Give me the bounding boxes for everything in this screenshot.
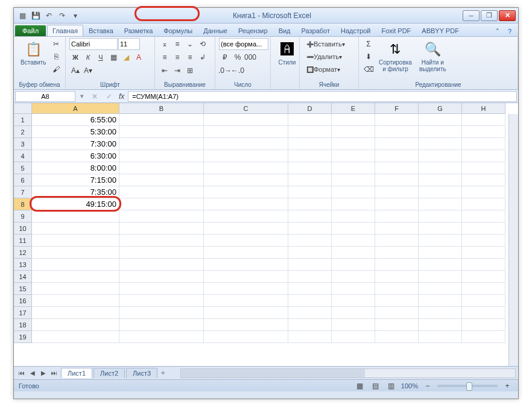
- cell-F3[interactable]: [375, 138, 419, 150]
- redo-icon[interactable]: ↷: [56, 10, 68, 22]
- zoom-in-icon[interactable]: +: [501, 380, 513, 392]
- cell-D8[interactable]: [288, 198, 332, 210]
- cell-G13[interactable]: [419, 259, 462, 271]
- sheet-nav-first-icon[interactable]: ⏮: [16, 368, 27, 378]
- fx-cancel-icon[interactable]: ✕: [89, 90, 101, 103]
- cell-G14[interactable]: [419, 271, 462, 283]
- cell-C2[interactable]: [204, 126, 288, 138]
- italic-icon[interactable]: К: [82, 51, 94, 63]
- currency-icon[interactable]: ₽: [219, 51, 231, 63]
- find-select-button[interactable]: 🔍 Найти и выделить: [416, 38, 449, 74]
- close-button[interactable]: ✕: [499, 10, 516, 21]
- cell-A6[interactable]: 7:15:00: [32, 174, 119, 186]
- cell-B14[interactable]: [119, 271, 204, 283]
- cell-D6[interactable]: [288, 174, 332, 186]
- border-icon[interactable]: ▦: [107, 51, 119, 63]
- merge-icon[interactable]: ⊞: [184, 65, 196, 77]
- file-tab[interactable]: Файл: [15, 25, 46, 36]
- cell-A19[interactable]: [32, 331, 119, 343]
- cell-B4[interactable]: [119, 150, 204, 162]
- cell-H12[interactable]: [462, 247, 505, 259]
- cell-A16[interactable]: [32, 295, 119, 307]
- cell-E11[interactable]: [332, 235, 375, 247]
- cell-F5[interactable]: [375, 162, 419, 174]
- paste-button[interactable]: 📋 Вставить: [17, 38, 49, 68]
- ribbon-tab-2[interactable]: Разметка: [119, 25, 159, 36]
- row-header-13[interactable]: 13: [14, 259, 32, 271]
- row-header-9[interactable]: 9: [14, 210, 32, 222]
- name-box[interactable]: A8: [15, 91, 75, 102]
- cell-G5[interactable]: [419, 162, 462, 174]
- cell-A13[interactable]: [32, 259, 119, 271]
- cell-F18[interactable]: [375, 319, 419, 331]
- cell-E18[interactable]: [332, 319, 375, 331]
- format-painter-icon[interactable]: 🖌: [50, 63, 62, 75]
- cell-E9[interactable]: [332, 210, 375, 222]
- cell-H16[interactable]: [462, 295, 505, 307]
- row-header-6[interactable]: 6: [14, 174, 32, 186]
- cell-A17[interactable]: [32, 307, 119, 319]
- new-sheet-icon[interactable]: ✧: [157, 368, 168, 378]
- cell-B11[interactable]: [119, 235, 204, 247]
- cell-D10[interactable]: [288, 222, 332, 235]
- maximize-button[interactable]: ❐: [481, 10, 498, 21]
- fx-confirm-icon[interactable]: ✓: [103, 90, 115, 103]
- ribbon-tab-10[interactable]: ABBYY PDF: [416, 25, 464, 36]
- ribbon-tab-0[interactable]: Главная: [47, 25, 83, 36]
- cell-B6[interactable]: [119, 174, 204, 186]
- sheet-nav-last-icon[interactable]: ⏭: [49, 368, 60, 378]
- ribbon-tab-7[interactable]: Разработ: [296, 25, 335, 36]
- cell-E3[interactable]: [332, 138, 375, 150]
- horizontal-scrollbar[interactable]: [180, 368, 516, 378]
- cell-G8[interactable]: [419, 198, 462, 210]
- delete-cells-button[interactable]: ➖ Удалить ▾: [303, 51, 345, 63]
- cell-C4[interactable]: [204, 150, 288, 162]
- cell-E17[interactable]: [332, 307, 375, 319]
- cell-H18[interactable]: [462, 319, 505, 331]
- cell-C11[interactable]: [204, 235, 288, 247]
- sort-filter-button[interactable]: ⇅ Сортировка и фильтр: [376, 38, 415, 74]
- cell-B13[interactable]: [119, 259, 204, 271]
- autosum-icon[interactable]: Σ: [363, 38, 375, 50]
- cell-D13[interactable]: [288, 259, 332, 271]
- cell-H11[interactable]: [462, 235, 505, 247]
- cell-F17[interactable]: [375, 307, 419, 319]
- cell-D4[interactable]: [288, 150, 332, 162]
- increase-decimal-icon[interactable]: .0→: [219, 65, 231, 77]
- cell-G12[interactable]: [419, 247, 462, 259]
- row-header-11[interactable]: 11: [14, 235, 32, 247]
- col-header-A[interactable]: A: [32, 103, 119, 114]
- page-layout-view-icon[interactable]: ▤: [370, 380, 382, 392]
- row-header-2[interactable]: 2: [14, 126, 32, 138]
- cell-A8[interactable]: 49:15:00: [32, 198, 119, 210]
- cell-B3[interactable]: [119, 138, 204, 150]
- zoom-level[interactable]: 100%: [401, 382, 418, 390]
- cell-G9[interactable]: [419, 210, 462, 222]
- font-name-select[interactable]: [69, 38, 118, 50]
- cell-E8[interactable]: [332, 198, 375, 210]
- cell-A7[interactable]: 7:35:00: [32, 186, 119, 198]
- cell-H6[interactable]: [462, 174, 505, 186]
- cell-H4[interactable]: [462, 150, 505, 162]
- cell-E2[interactable]: [332, 126, 375, 138]
- cell-B17[interactable]: [119, 307, 204, 319]
- cell-D9[interactable]: [288, 210, 332, 222]
- worksheet-grid[interactable]: ABCDEFGH16:55:0025:30:0037:30:0046:30:00…: [14, 103, 518, 366]
- cell-H1[interactable]: [462, 114, 505, 126]
- styles-button[interactable]: 🅰 Стили: [274, 38, 300, 68]
- row-header-7[interactable]: 7: [14, 186, 32, 198]
- cell-B12[interactable]: [119, 247, 204, 259]
- cell-B19[interactable]: [119, 331, 204, 343]
- sheet-tab-2[interactable]: Лист3: [126, 368, 157, 378]
- cell-G18[interactable]: [419, 319, 462, 331]
- col-header-B[interactable]: B: [119, 103, 204, 114]
- cell-G2[interactable]: [419, 126, 462, 138]
- cell-H13[interactable]: [462, 259, 505, 271]
- cell-F10[interactable]: [375, 222, 419, 235]
- cell-B2[interactable]: [119, 126, 204, 138]
- row-header-14[interactable]: 14: [14, 271, 32, 283]
- excel-icon[interactable]: ▦: [16, 10, 28, 22]
- sheet-tab-1[interactable]: Лист2: [93, 368, 125, 378]
- cell-H2[interactable]: [462, 126, 505, 138]
- cell-D18[interactable]: [288, 319, 332, 331]
